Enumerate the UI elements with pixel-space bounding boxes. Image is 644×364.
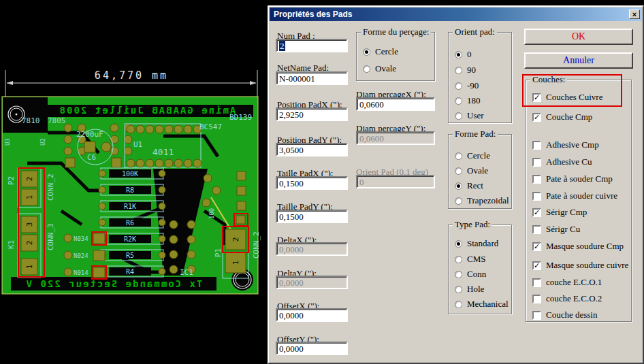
ref-label-ic1: IC1 [180, 268, 193, 277]
ref-label-7805: 7805 [48, 116, 66, 125]
radio-label: Rect [467, 180, 483, 191]
netname-field[interactable]: N-000001 [276, 71, 348, 85]
checkbox-icon[interactable] [532, 175, 541, 184]
offsety-field[interactable]: 0,0000 [276, 342, 348, 355]
pin-number: 2 [231, 237, 240, 242]
radio-label: Ovale [467, 165, 488, 176]
radio-label: CMS [467, 254, 485, 265]
radio-type-cms[interactable]: CMS [455, 254, 485, 265]
ref-label-p2: P2 [7, 176, 16, 185]
layers-group-title: Couches: [530, 74, 567, 85]
radio-icon[interactable] [455, 152, 462, 160]
radio-icon[interactable] [455, 182, 462, 190]
resistor-label: R5 [126, 252, 134, 259]
radio-icon[interactable] [455, 82, 462, 90]
radio-icon[interactable] [455, 197, 462, 205]
pin-number: 1 [25, 265, 34, 269]
radio-shape-rect[interactable]: Rect [455, 180, 483, 191]
radio-orient-90[interactable]: 90 [455, 65, 476, 76]
checkbox-masque-soudure-cuivre[interactable]: Masque soudure cuivre [532, 260, 628, 271]
radio-shape-ovale[interactable]: Ovale [455, 165, 488, 176]
radio-shape-cercle[interactable]: Cercle [455, 150, 490, 161]
checkbox-icon[interactable] [532, 192, 541, 201]
radio-label: Trapezoidal [467, 195, 509, 206]
pcb-canvas[interactable]: 64,770 mm Amine GAABAB Juillet 2008 Tx C… [0, 0, 268, 364]
radio-icon[interactable] [455, 167, 462, 175]
ok-button[interactable]: OK [524, 29, 633, 45]
radio-shape-trapezoidal[interactable]: Trapezoidal [455, 195, 509, 206]
radio-icon[interactable] [363, 48, 370, 56]
posx-field[interactable]: 2,9250 [276, 107, 348, 121]
checkbox-eco2[interactable]: couche E.C.O.2 [532, 293, 602, 304]
checkbox-label: Couche Cmp [546, 112, 592, 122]
selected-text: 2 [279, 41, 285, 51]
radio-icon[interactable] [455, 256, 462, 263]
radio-icon[interactable] [455, 67, 462, 74]
cancel-button[interactable]: Annuler [524, 52, 633, 69]
radio-drill-ovale[interactable]: Ovale [363, 63, 396, 74]
radio-icon[interactable] [455, 301, 462, 308]
radio-label: -90 [467, 80, 479, 91]
board-title-top: Amine GAABAB Juillet 2008 [59, 105, 236, 116]
sizey-field[interactable]: 0,1500 [276, 210, 348, 223]
radio-icon[interactable] [455, 51, 462, 59]
checkbox-couche-dessin[interactable]: Couche dessin [532, 310, 597, 320]
offsetx-field[interactable]: 0,0000 [276, 308, 348, 322]
checkbox-adhesive-cu[interactable]: Adhesive Cu [532, 156, 592, 167]
radio-drill-cercle[interactable]: Cercle [363, 46, 398, 57]
checkbox-serigr-cmp[interactable]: Sérigr Cmp [532, 207, 587, 218]
radio-type-conn[interactable]: Conn [455, 269, 486, 280]
checkbox-pate-souder-cuivre[interactable]: Pate à souder cuivre [532, 191, 617, 201]
radio-icon[interactable] [455, 112, 462, 120]
checkbox-couches-cuivre[interactable]: Couches Cuivre [532, 92, 602, 103]
checkbox-icon[interactable] [532, 278, 541, 287]
radio-icon[interactable] [363, 65, 370, 73]
radio-icon[interactable] [455, 271, 462, 278]
radio-orient-user[interactable]: User [455, 110, 484, 121]
resistor-label: R4 [126, 268, 134, 276]
checkbox-pate-souder-cmp[interactable]: Pate à souder Cmp [532, 173, 613, 184]
checkbox-adhesive-cmp[interactable]: Adhesive Cmp [532, 139, 599, 150]
checkbox-icon[interactable] [532, 225, 541, 234]
radio-icon[interactable] [455, 286, 462, 293]
drillx-field[interactable]: 0,0600 [356, 97, 435, 111]
checkbox-icon[interactable] [532, 93, 541, 102]
radio-label: Cercle [467, 150, 490, 161]
radio-orient-180[interactable]: 180 [455, 95, 481, 106]
radio-type-mechanical[interactable]: Mechanical [455, 299, 509, 310]
checkbox-masque-soudure-cmp[interactable]: Masque soudure Cmp [532, 241, 624, 252]
radio-icon[interactable] [455, 240, 462, 248]
checkbox-icon[interactable] [532, 242, 541, 251]
radio-type-hole[interactable]: Hole [455, 284, 484, 295]
checkbox-serigr-cu[interactable]: Sérigr Cu [532, 224, 580, 235]
radio-label: 90 [467, 65, 476, 76]
checkbox-couche-cmp[interactable]: Couche Cmp [532, 112, 592, 122]
numpad-field[interactable]: 2 [276, 39, 348, 52]
checkbox-icon[interactable] [532, 295, 541, 303]
radio-label: Cercle [375, 46, 398, 57]
radio-orient-0[interactable]: 0 [455, 49, 472, 60]
checkbox-icon[interactable] [532, 113, 541, 122]
checkbox-label: couche E.C.O.2 [546, 293, 602, 304]
value-label-cap: 2200uF [76, 130, 103, 139]
dialog-titlebar[interactable]: Propriétés des Pads × [270, 7, 642, 21]
posy-field[interactable]: 3,0500 [276, 143, 348, 156]
radio-orient-minus90[interactable]: -90 [455, 80, 479, 91]
checkbox-icon[interactable] [532, 311, 541, 320]
pin-number: 1 [231, 261, 240, 265]
radio-label: 0 [467, 49, 472, 60]
ref-label-u3: U3 [4, 138, 11, 146]
orient-group: Orient pad: [448, 32, 512, 123]
checkbox-icon[interactable] [532, 141, 541, 150]
radio-type-standard[interactable]: Standard [455, 238, 498, 249]
checkbox-eco1[interactable]: couche E.C.O.1 [532, 277, 602, 288]
close-icon[interactable]: × [629, 10, 640, 19]
radio-icon[interactable] [455, 97, 462, 105]
radio-label: Conn [467, 269, 486, 280]
checkbox-icon[interactable] [532, 208, 541, 217]
orient-group-title: Orient pad: [453, 27, 497, 37]
checkbox-icon[interactable] [532, 158, 541, 167]
checkbox-icon[interactable] [532, 261, 541, 270]
resistor-label: R6 [126, 219, 134, 227]
sizex-field[interactable]: 0,1500 [276, 176, 348, 190]
